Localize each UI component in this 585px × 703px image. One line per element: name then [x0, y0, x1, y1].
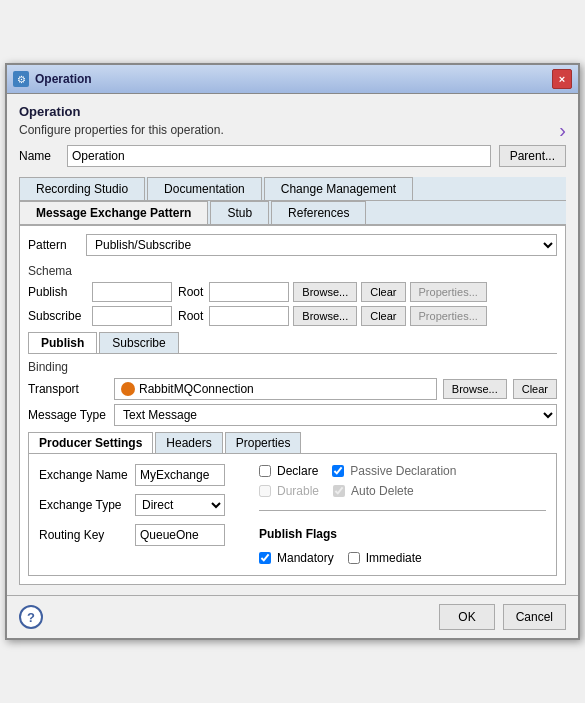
titlebar-left: ⚙ Operation	[13, 71, 92, 87]
producer-panel: Exchange Name Exchange Type Direct Topic…	[28, 454, 557, 576]
routing-key-label: Routing Key	[39, 528, 129, 542]
schema-subscribe-clear-button[interactable]: Clear	[361, 306, 405, 326]
producer-settings-tabs: Producer Settings Headers Properties	[28, 432, 557, 454]
outer-tabs: Recording Studio Documentation Change Ma…	[19, 177, 566, 201]
header-section: Operation Configure properties for this …	[19, 104, 566, 145]
transport-clear-button[interactable]: Clear	[513, 379, 557, 399]
binding-section: Binding Transport RabbitMQConnection Bro…	[28, 360, 557, 426]
mandatory-label: Mandatory	[277, 551, 334, 565]
pattern-label: Pattern	[28, 238, 78, 252]
declare-checkbox[interactable]	[259, 465, 271, 477]
main-panel-wrap: Pattern Publish/Subscribe Schema Publish…	[19, 225, 566, 585]
rabbit-icon	[121, 382, 135, 396]
close-button[interactable]: ×	[552, 69, 572, 89]
schema-label: Schema	[28, 264, 557, 278]
producer-right: Declare Passive Declaration Durable Auto…	[259, 464, 546, 565]
schema-subscribe-row: Subscribe Root Browse... Clear Propertie…	[28, 306, 557, 326]
auto-delete-checkbox[interactable]	[333, 485, 345, 497]
tab-stub[interactable]: Stub	[210, 201, 269, 224]
name-input[interactable]	[67, 145, 491, 167]
schema-publish-browse-button[interactable]: Browse...	[293, 282, 357, 302]
main-window: ⚙ Operation × Operation Configure proper…	[5, 63, 580, 640]
transport-row: Transport RabbitMQConnection Browse... C…	[28, 378, 557, 400]
schema-subscribe-root-label: Root	[178, 309, 203, 323]
mandatory-checkbox[interactable]	[259, 552, 271, 564]
schema-publish-clear-button[interactable]: Clear	[361, 282, 405, 302]
window-icon: ⚙	[13, 71, 29, 87]
transport-text: RabbitMQConnection	[139, 382, 254, 396]
divider	[259, 510, 546, 511]
message-type-row: Message Type Text Message	[28, 404, 557, 426]
passive-declaration-label: Passive Declaration	[350, 464, 456, 478]
immediate-label: Immediate	[366, 551, 422, 565]
schema-publish-properties-button[interactable]: Properties...	[410, 282, 487, 302]
declare-row: Declare Passive Declaration	[259, 464, 546, 478]
titlebar: ⚙ Operation ×	[7, 65, 578, 94]
schema-publish-row: Publish Root Browse... Clear Properties.…	[28, 282, 557, 302]
tab-recording-studio[interactable]: Recording Studio	[19, 177, 145, 200]
durable-row: Durable Auto Delete	[259, 484, 546, 498]
cancel-button[interactable]: Cancel	[503, 604, 566, 630]
outer-tabs-row2: Message Exchange Pattern Stub References	[19, 201, 566, 225]
message-type-label: Message Type	[28, 408, 108, 422]
inner-tabs: Publish Subscribe	[28, 332, 557, 354]
tab-headers[interactable]: Headers	[155, 432, 222, 453]
page-title: Operation	[19, 104, 566, 119]
help-button[interactable]: ?	[19, 605, 43, 629]
exchange-name-label: Exchange Name	[39, 468, 129, 482]
durable-checkbox[interactable]	[259, 485, 271, 497]
binding-label: Binding	[28, 360, 557, 374]
schema-section: Schema Publish Root Browse... Clear Prop…	[28, 264, 557, 326]
content-area: Operation Configure properties for this …	[7, 94, 578, 595]
pattern-row: Pattern Publish/Subscribe	[28, 234, 557, 256]
arrow-icon: ›	[559, 119, 566, 142]
schema-publish-label: Publish	[28, 285, 88, 299]
passive-declaration-checkbox[interactable]	[332, 465, 344, 477]
exchange-type-select[interactable]: Direct Topic Fanout Headers	[135, 494, 225, 516]
bottom-buttons: OK Cancel	[439, 604, 566, 630]
mandatory-row: Mandatory Immediate	[259, 551, 546, 565]
tab-publish[interactable]: Publish	[28, 332, 97, 353]
auto-delete-label: Auto Delete	[351, 484, 414, 498]
transport-browse-button[interactable]: Browse...	[443, 379, 507, 399]
schema-subscribe-root-input[interactable]	[209, 306, 289, 326]
parent-button[interactable]: Parent...	[499, 145, 566, 167]
transport-label: Transport	[28, 382, 108, 396]
main-panel: Pattern Publish/Subscribe Schema Publish…	[19, 225, 566, 585]
publish-flags-label: Publish Flags	[259, 527, 546, 541]
tab-subscribe[interactable]: Subscribe	[99, 332, 178, 353]
message-type-select[interactable]: Text Message	[114, 404, 557, 426]
page-description: Configure properties for this operation.	[19, 123, 224, 137]
tab-change-management[interactable]: Change Management	[264, 177, 413, 200]
tab-message-exchange-pattern[interactable]: Message Exchange Pattern	[19, 201, 208, 224]
durable-label: Durable	[277, 484, 319, 498]
schema-subscribe-browse-button[interactable]: Browse...	[293, 306, 357, 326]
pattern-select[interactable]: Publish/Subscribe	[86, 234, 557, 256]
name-label: Name	[19, 149, 59, 163]
exchange-name-row: Exchange Name	[39, 464, 239, 486]
schema-subscribe-properties-button[interactable]: Properties...	[410, 306, 487, 326]
declare-label: Declare	[277, 464, 318, 478]
schema-subscribe-input[interactable]	[92, 306, 172, 326]
tab-properties[interactable]: Properties	[225, 432, 302, 453]
outer-tabs-container: Recording Studio Documentation Change Ma…	[19, 177, 566, 225]
immediate-checkbox[interactable]	[348, 552, 360, 564]
transport-value: RabbitMQConnection	[114, 378, 437, 400]
name-row: Name Parent...	[19, 145, 566, 167]
routing-key-input[interactable]	[135, 524, 225, 546]
schema-publish-input[interactable]	[92, 282, 172, 302]
producer-left: Exchange Name Exchange Type Direct Topic…	[39, 464, 239, 565]
window-title: Operation	[35, 72, 92, 86]
schema-subscribe-label: Subscribe	[28, 309, 88, 323]
routing-key-row: Routing Key	[39, 524, 239, 546]
exchange-type-label: Exchange Type	[39, 498, 129, 512]
tab-references[interactable]: References	[271, 201, 366, 224]
tab-producer-settings[interactable]: Producer Settings	[28, 432, 153, 453]
tab-documentation[interactable]: Documentation	[147, 177, 262, 200]
schema-publish-root-label: Root	[178, 285, 203, 299]
exchange-name-input[interactable]	[135, 464, 225, 486]
ok-button[interactable]: OK	[439, 604, 494, 630]
exchange-type-row: Exchange Type Direct Topic Fanout Header…	[39, 494, 239, 516]
bottom-bar: ? OK Cancel	[7, 595, 578, 638]
schema-publish-root-input[interactable]	[209, 282, 289, 302]
